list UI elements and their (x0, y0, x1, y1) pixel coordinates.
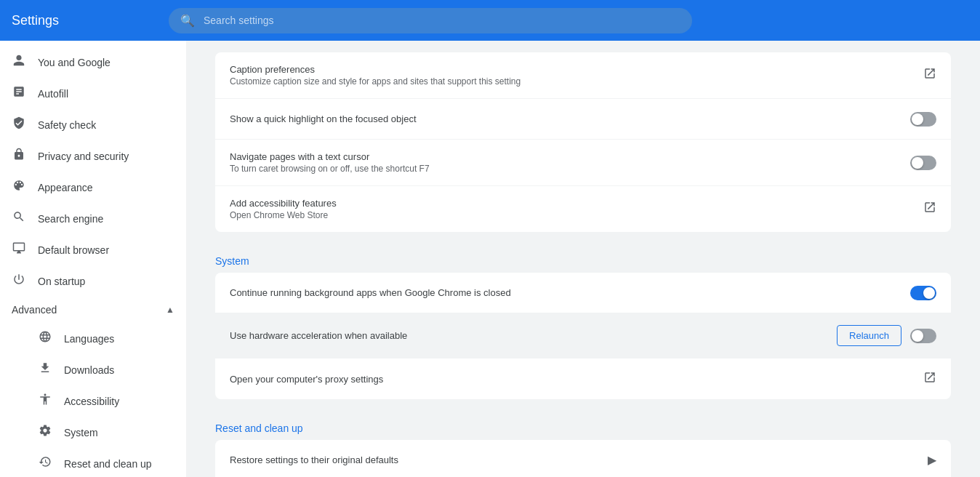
main-layout: You and Google Autofill Safety check Pri… (0, 41, 980, 477)
sidebar-item-safety-check[interactable]: Safety check (0, 109, 186, 140)
shield-icon (12, 116, 26, 133)
hardware-acceleration-toggle[interactable] (910, 329, 936, 343)
highlight-focused-text: Show a quick highlight on the focused ob… (230, 113, 910, 124)
caption-preferences-subtitle: Customize caption size and style for app… (230, 76, 923, 87)
sidebar-label-languages: Languages (64, 333, 114, 345)
text-cursor-text: Navigate pages with a text cursor To tur… (230, 151, 910, 174)
add-accessibility-external-icon[interactable] (923, 201, 936, 217)
advanced-chevron-icon: ▲ (166, 305, 174, 315)
caption-preferences-row[interactable]: Caption preferences Customize caption si… (215, 52, 951, 99)
sidebar-label-autofill: Autofill (38, 88, 68, 100)
add-accessibility-text: Add accessibility features Open Chrome W… (230, 198, 923, 220)
sidebar-item-you-and-google[interactable]: You and Google (0, 47, 186, 78)
text-cursor-row[interactable]: Navigate pages with a text cursor To tur… (215, 140, 951, 186)
add-accessibility-title: Add accessibility features (230, 198, 923, 209)
sidebar-item-appearance[interactable]: Appearance (0, 172, 186, 203)
search-bar[interactable]: 🔍 (169, 8, 692, 33)
hardware-acceleration-text: Use hardware acceleration when available (230, 330, 837, 341)
hardware-acceleration-title: Use hardware acceleration when available (230, 330, 837, 341)
restore-defaults-row[interactable]: Restore settings to their original defau… (215, 440, 951, 477)
downloads-icon (38, 361, 52, 378)
add-accessibility-row[interactable]: Add accessibility features Open Chrome W… (215, 186, 951, 232)
search-input[interactable] (204, 15, 680, 26)
sidebar-advanced-header[interactable]: Advanced ▲ (0, 297, 186, 323)
sidebar-label-on-startup: On startup (38, 276, 85, 287)
reset-icon (38, 455, 52, 472)
startup-icon (12, 273, 26, 289)
sidebar-item-downloads[interactable]: Downloads (0, 354, 186, 385)
sidebar-item-system[interactable]: System (0, 417, 186, 448)
app-header: Settings 🔍 (0, 0, 980, 41)
person-icon (12, 54, 26, 71)
add-accessibility-subtitle: Open Chrome Web Store (230, 210, 923, 220)
system-card: Continue running background apps when Go… (215, 273, 951, 399)
proxy-settings-row[interactable]: Open your computer's proxy settings (215, 358, 951, 399)
text-cursor-title: Navigate pages with a text cursor (230, 151, 910, 162)
sidebar-item-reset[interactable]: Reset and clean up (0, 448, 186, 477)
system-icon (38, 424, 52, 441)
relaunch-button[interactable]: Relaunch (837, 325, 901, 346)
highlight-focused-toggle[interactable] (910, 112, 936, 127)
sidebar-label-you-and-google: You and Google (38, 57, 111, 68)
proxy-settings-text: Open your computer's proxy settings (230, 374, 923, 385)
sidebar-label-privacy: Privacy and security (38, 151, 129, 162)
lock-icon (12, 148, 26, 164)
text-cursor-toggle[interactable] (910, 156, 936, 170)
sidebar-label-default-browser: Default browser (38, 244, 109, 256)
proxy-external-icon[interactable] (923, 371, 936, 388)
sidebar-label-accessibility: Accessibility (64, 396, 119, 407)
autofill-icon (12, 85, 26, 102)
accessibility-icon (38, 393, 52, 409)
sidebar-item-accessibility[interactable]: Accessibility (0, 385, 186, 417)
caption-preferences-text: Caption preferences Customize caption si… (230, 64, 923, 87)
restore-defaults-title: Restore settings to their original defau… (230, 454, 928, 465)
reset-section-title: Reset and clean up (215, 405, 951, 440)
background-apps-title: Continue running background apps when Go… (230, 287, 910, 298)
caption-preferences-title: Caption preferences (230, 64, 923, 75)
highlight-focused-title: Show a quick highlight on the focused ob… (230, 113, 910, 124)
sidebar-item-autofill[interactable]: Autofill (0, 78, 186, 109)
background-apps-toggle[interactable] (910, 286, 936, 300)
restore-defaults-text: Restore settings to their original defau… (230, 454, 928, 465)
hardware-acceleration-row[interactable]: Use hardware acceleration when available… (215, 313, 951, 358)
sidebar-item-default-browser[interactable]: Default browser (0, 234, 186, 265)
proxy-settings-title: Open your computer's proxy settings (230, 374, 923, 385)
highlight-focused-row[interactable]: Show a quick highlight on the focused ob… (215, 99, 951, 140)
sidebar: You and Google Autofill Safety check Pri… (0, 41, 186, 477)
advanced-label: Advanced (12, 304, 57, 316)
sidebar-label-downloads: Downloads (64, 364, 114, 376)
external-link-icon[interactable] (923, 67, 936, 84)
sidebar-label-reset: Reset and clean up (64, 458, 152, 470)
sidebar-item-on-startup[interactable]: On startup (0, 265, 186, 297)
sidebar-label-search-engine: Search engine (38, 213, 103, 225)
sidebar-item-privacy[interactable]: Privacy and security (0, 140, 186, 172)
main-content: Caption preferences Customize caption si… (186, 41, 980, 477)
app-title: Settings (12, 13, 157, 28)
text-cursor-subtitle: To turn caret browsing on or off, use th… (230, 164, 910, 174)
sidebar-item-languages[interactable]: Languages (0, 323, 186, 354)
sidebar-label-appearance: Appearance (38, 182, 93, 193)
sidebar-label-safety-check: Safety check (38, 119, 96, 131)
appearance-icon (12, 179, 26, 196)
sidebar-label-system: System (64, 427, 98, 438)
reset-card: Restore settings to their original defau… (215, 440, 951, 477)
restore-defaults-chevron-icon: ▶ (928, 453, 936, 467)
languages-icon (38, 330, 52, 347)
search-icon: 🔍 (180, 14, 195, 28)
background-apps-text: Continue running background apps when Go… (230, 287, 910, 298)
sidebar-item-search-engine[interactable]: Search engine (0, 203, 186, 234)
search-engine-icon (12, 210, 26, 227)
system-section-title: System (215, 238, 951, 273)
browser-icon (12, 241, 26, 258)
background-apps-row[interactable]: Continue running background apps when Go… (215, 273, 951, 313)
accessibility-card: Caption preferences Customize caption si… (215, 52, 951, 232)
